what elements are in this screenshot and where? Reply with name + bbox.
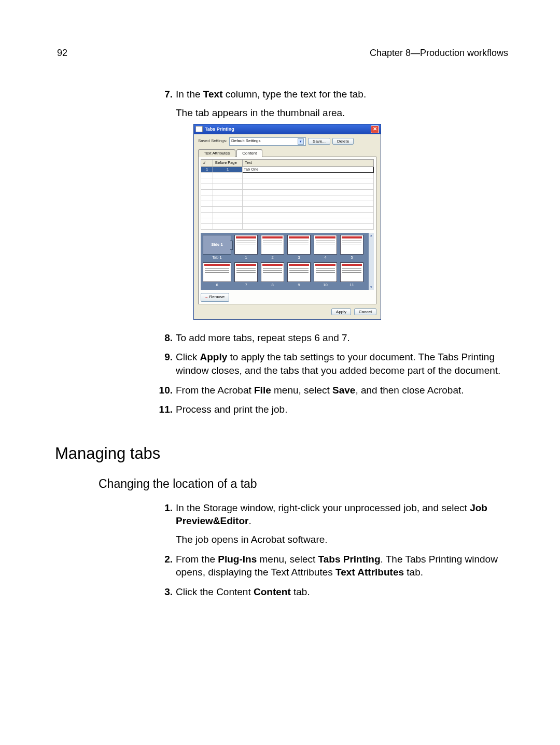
step-number: 11. — [158, 403, 173, 419]
saved-settings-label: Saved Settings: — [198, 138, 227, 144]
page-thumbnail[interactable] — [314, 262, 337, 282]
section-heading: Managing tabs — [55, 443, 508, 465]
tab-text-attributes[interactable]: Text Attributes — [198, 149, 235, 158]
step-list-b: 1.In the Storage window, right-click you… — [158, 501, 508, 602]
thumbnail-caption: 4 — [314, 255, 337, 260]
step-result-text: The tab appears in the thumbnail area. — [176, 106, 508, 120]
page-thumbnail[interactable] — [340, 235, 363, 255]
chapter-label: Chapter 8—Production workflows — [370, 47, 508, 59]
page-thumbnail[interactable] — [287, 262, 311, 282]
step-number: 7. — [158, 88, 173, 328]
tab-panel-content: # Before Page Text 1 1 Tab One Side 1 Ta… — [198, 157, 376, 304]
step-body: In the Storage window, right-click your … — [176, 501, 508, 550]
step-item: 1.In the Storage window, right-click you… — [158, 501, 508, 550]
thumbnail-strip: Side 1 Tab 1 12345 67891011 ▴▾ — [201, 233, 374, 290]
save-settings-button[interactable]: Save... — [308, 138, 330, 145]
step-text: Process and print the job. — [176, 403, 508, 416]
page-number: 92 — [57, 47, 67, 59]
step-number: 3. — [158, 585, 173, 602]
saved-settings-value: Default Settings — [231, 138, 260, 144]
step-item: 3.Click the Content Content tab. — [158, 585, 508, 602]
step-number: 9. — [158, 350, 173, 380]
chevron-down-icon[interactable]: ▾ — [298, 138, 304, 145]
apply-button[interactable]: Apply — [331, 308, 351, 315]
page-thumbnail[interactable] — [287, 235, 311, 255]
subsection-heading: Changing the location of a tab — [99, 476, 508, 492]
step-result-text: The job opens in Acrobat software. — [176, 533, 508, 546]
step-text: From the Acrobat File menu, select Save,… — [176, 384, 508, 397]
step-number: 2. — [158, 553, 173, 582]
thumbnail-caption: Tab 1 — [203, 255, 231, 260]
step-item: 11.Process and print the job. — [158, 403, 508, 419]
close-icon[interactable]: ✕ — [371, 125, 379, 133]
dialog-titlebar[interactable]: Tabs Printing ✕ — [194, 124, 381, 134]
step-item: 9.Click Apply to apply the tab settings … — [158, 350, 508, 380]
step-item: 8.To add more tabs, repeat steps 6 and 7… — [158, 331, 508, 348]
step-body: Click Apply to apply the tab settings to… — [176, 350, 508, 380]
page-thumbnail[interactable] — [234, 262, 258, 282]
minus-icon: – — [205, 294, 207, 300]
step-text: In the Storage window, right-click your … — [176, 501, 508, 528]
thumbnail-caption: 1 — [234, 255, 258, 260]
thumbnail-caption: 7 — [234, 283, 258, 288]
step-text: To add more tabs, repeat steps 6 and 7. — [176, 331, 508, 345]
step-text: Click Apply to apply the tab settings to… — [176, 350, 508, 377]
page-thumbnail[interactable] — [261, 262, 284, 282]
page-thumbnail[interactable] — [340, 262, 363, 282]
step-item: 10.From the Acrobat File menu, select Sa… — [158, 384, 508, 400]
page-thumbnail[interactable] — [234, 235, 258, 255]
thumbnail-caption: 9 — [287, 283, 311, 288]
thumbnail-caption: 6 — [203, 283, 231, 288]
page-thumbnail[interactable] — [203, 262, 231, 282]
tabs-printing-dialog: Tabs Printing ✕ Saved Settings: Default … — [193, 124, 381, 320]
step-list-a: 7.In the Text column, type the text for … — [158, 88, 508, 419]
step-body: From the Plug-Ins menu, select Tabs Prin… — [176, 553, 508, 582]
thumbnail-caption: 11 — [340, 283, 363, 288]
delete-settings-button[interactable]: Delete — [332, 138, 354, 145]
page-thumbnail[interactable] — [261, 235, 284, 255]
thumbnail-caption: 10 — [314, 283, 337, 288]
step-item: 2.From the Plug-Ins menu, select Tabs Pr… — [158, 553, 508, 582]
table-row[interactable]: 1 1 Tab One — [201, 166, 374, 172]
step-body: Process and print the job. — [176, 403, 508, 419]
thumbnail-caption: 2 — [261, 255, 284, 260]
step-item: 7.In the Text column, type the text for … — [158, 88, 508, 328]
col-header-num[interactable]: # — [201, 160, 213, 166]
cancel-button[interactable]: Cancel — [354, 308, 376, 315]
thumbnail-caption: 5 — [340, 255, 363, 260]
thumbnail-caption: 8 — [261, 283, 284, 288]
remove-button[interactable]: –Remove — [201, 293, 229, 302]
page-header: 92 Chapter 8—Production workflows — [57, 47, 508, 59]
step-number: 10. — [158, 384, 173, 400]
step-body: Click the Content Content tab. — [176, 585, 508, 602]
tab-content[interactable]: Content — [236, 149, 262, 158]
step-number: 8. — [158, 331, 173, 348]
page-thumbnail[interactable] — [314, 235, 337, 255]
col-header-before-page[interactable]: Before Page — [213, 160, 243, 166]
step-text: In the Text column, type the text for th… — [176, 88, 508, 101]
step-text: Click the Content Content tab. — [176, 585, 508, 599]
saved-settings-combo[interactable]: Default Settings ▾ — [229, 137, 306, 146]
tab-slot-thumbnail[interactable]: Side 1 — [203, 235, 231, 255]
scrollbar-vertical[interactable]: ▴▾ — [369, 233, 374, 290]
chevron-down-icon[interactable]: ▾ — [370, 285, 372, 289]
step-body: To add more tabs, repeat steps 6 and 7. — [176, 331, 508, 348]
step-text: From the Plug-Ins menu, select Tabs Prin… — [176, 553, 508, 579]
step-number: 1. — [158, 501, 173, 550]
col-header-text[interactable]: Text — [243, 160, 374, 166]
tabs-table: # Before Page Text 1 1 Tab One — [201, 159, 374, 229]
step-body: From the Acrobat File menu, select Save,… — [176, 384, 508, 400]
thumbnail-caption: 3 — [287, 255, 311, 260]
app-icon — [195, 126, 203, 132]
chevron-up-icon[interactable]: ▴ — [370, 233, 372, 237]
tab-text-input[interactable]: Tab One — [243, 166, 374, 172]
dialog-title: Tabs Printing — [205, 126, 234, 132]
step-body: In the Text column, type the text for th… — [176, 88, 508, 328]
